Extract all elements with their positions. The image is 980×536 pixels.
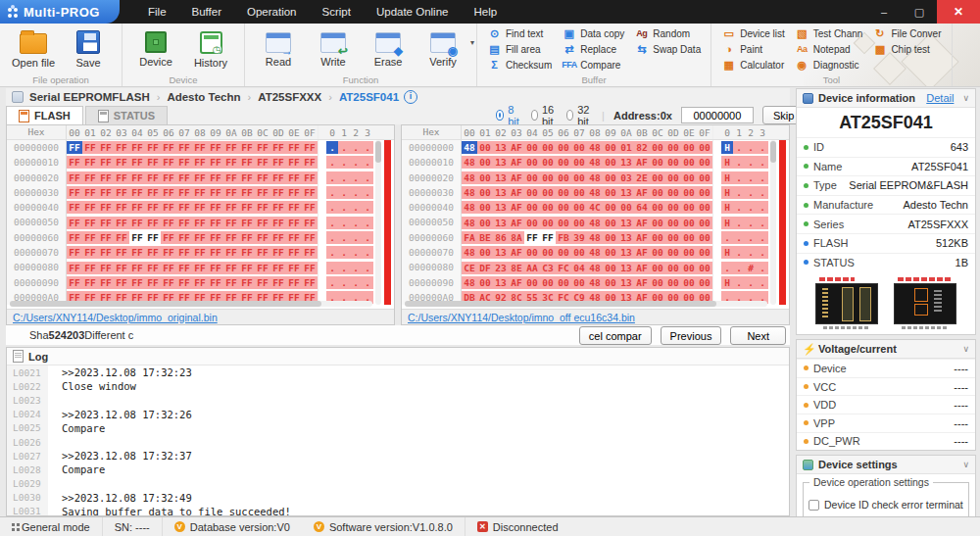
hex-byte-cell[interactable]: 00 [681, 217, 697, 229]
hex-byte-cell[interactable]: 00 [571, 156, 587, 169]
hex-byte-cell[interactable]: BE [477, 231, 493, 244]
hex-ascii-cell[interactable]: H [721, 156, 733, 169]
hex-byte-cell[interactable]: 00 [571, 217, 587, 229]
hex-byte-cell[interactable]: FF [208, 217, 223, 229]
hex-byte-cell[interactable]: FF [286, 276, 302, 289]
hex-byte-cell[interactable]: FF [129, 141, 145, 154]
cancel-compare-button[interactable]: cel compar [579, 326, 652, 345]
hex-byte-cell[interactable]: FF [223, 276, 239, 289]
hex-byte-cell[interactable]: FF [239, 171, 255, 184]
hex-byte-cell[interactable]: AF [634, 186, 650, 199]
hex-byte-cell[interactable]: 00 [665, 276, 681, 289]
hex-byte-cell[interactable]: FF [176, 156, 192, 169]
hex-byte-cell[interactable]: AF [634, 262, 650, 274]
hex-byte-cell[interactable]: 00 [697, 156, 712, 169]
previous-diff-button[interactable]: Previous [661, 326, 722, 345]
hex-byte-cell[interactable]: FF [208, 246, 223, 259]
hex-byte-cell[interactable]: 00 [603, 276, 618, 289]
hex-byte-cell[interactable]: 13 [493, 201, 509, 214]
hex-byte-cell[interactable]: FF [129, 171, 145, 184]
paint-button[interactable]: ◑Paint [719, 42, 787, 57]
hex-ascii-cell[interactable]: H [721, 186, 733, 199]
hex-byte-cell[interactable]: 00 [556, 276, 571, 289]
hex-byte-cell[interactable]: FF [129, 262, 145, 274]
hex-ascii-cell[interactable]: . [745, 217, 757, 229]
hex-byte-cell[interactable]: 00 [665, 231, 681, 244]
hex-ascii-cell[interactable]: . [721, 231, 733, 244]
hex-byte-cell[interactable]: FF [161, 186, 176, 199]
hex-ascii-cell[interactable]: . [745, 246, 757, 259]
hex-byte-cell[interactable]: AF [509, 217, 524, 229]
hex-byte-cell[interactable]: 00 [524, 186, 540, 199]
hex-byte-cell[interactable]: FF [114, 262, 129, 274]
radio-32-bit[interactable]: 32 bit [566, 104, 593, 127]
hex-ascii-cell[interactable]: . [362, 141, 373, 154]
hex-ascii-cell[interactable]: . [733, 141, 745, 154]
hex-byte-cell[interactable]: FF [255, 217, 270, 229]
breadcrumb-item-adesto-techn[interactable]: Adesto Techn [167, 91, 240, 103]
hex-ascii-cell[interactable]: . [338, 201, 350, 214]
hex-byte-cell[interactable]: FF [239, 262, 255, 274]
hex-byte-cell[interactable]: FF [223, 156, 239, 169]
hex-byte-cell[interactable]: FF [145, 246, 161, 259]
hex-byte-cell[interactable]: FF [67, 171, 82, 184]
hex-byte-cell[interactable]: FF [270, 156, 286, 169]
hex-byte-cell[interactable]: 00 [603, 201, 618, 214]
hex-byte-cell[interactable]: AF [509, 186, 524, 199]
menu-help[interactable]: Help [461, 0, 510, 24]
hex-byte-cell[interactable]: FF [302, 231, 318, 244]
radio-16-bit[interactable]: 16 bit [531, 104, 558, 127]
replace-button[interactable]: ⇄Replace [560, 42, 626, 57]
hex-ascii-cell[interactable]: . [362, 262, 373, 274]
hex-byte-cell[interactable]: FF [192, 171, 208, 184]
hex-ascii-cell[interactable]: . [350, 156, 362, 169]
hex-byte-cell[interactable]: FF [176, 276, 192, 289]
hex-byte-cell[interactable]: 00 [650, 231, 665, 244]
hex-byte-cell[interactable]: 00 [571, 141, 587, 154]
hex-byte-cell[interactable]: FF [270, 171, 286, 184]
hex-byte-cell[interactable]: FF [129, 246, 145, 259]
hex-ascii-cell[interactable]: . [745, 141, 757, 154]
hex-byte-cell[interactable]: FF [67, 156, 82, 169]
hex-byte-cell[interactable]: FF [239, 141, 255, 154]
radio-8-bit[interactable]: 8 bit [496, 104, 522, 127]
hex-byte-cell[interactable]: 00 [556, 246, 571, 259]
hex-byte-cell[interactable]: FF [67, 201, 82, 214]
hex-byte-cell[interactable]: FF [98, 276, 114, 289]
hex-byte-cell[interactable]: FF [82, 141, 98, 154]
address-input[interactable] [681, 107, 754, 123]
hex-byte-cell[interactable]: FF [208, 262, 223, 274]
hex-byte-cell[interactable]: 00 [603, 156, 618, 169]
fill-area-button[interactable]: ▤Fill area [485, 42, 554, 57]
hex-ascii-cell[interactable]: . [350, 217, 362, 229]
hex-byte-cell[interactable]: 00 [681, 141, 697, 154]
hex-ascii-cell[interactable]: . [326, 231, 338, 244]
menu-update-online[interactable]: Update Online [364, 0, 462, 24]
hex-byte-cell[interactable]: 00 [571, 246, 587, 259]
hex-ascii-cell[interactable]: . [745, 186, 757, 199]
hex-byte-cell[interactable]: 00 [650, 201, 665, 214]
hex-ascii-cell[interactable]: . [362, 186, 373, 199]
hex-byte-cell[interactable]: FF [270, 141, 286, 154]
hex-byte-cell[interactable]: 00 [477, 156, 493, 169]
hex-byte-cell[interactable]: FF [208, 171, 223, 184]
hex-ascii-cell[interactable]: . [745, 201, 757, 214]
vertical-scrollbar[interactable] [375, 140, 381, 305]
hex-byte-cell[interactable]: FB [556, 231, 571, 244]
hex-byte-cell[interactable]: FF [208, 186, 223, 199]
hex-ascii-cell[interactable]: . [757, 186, 768, 199]
hex-byte-cell[interactable]: FF [192, 156, 208, 169]
hex-byte-cell[interactable]: FF [98, 262, 114, 274]
hex-byte-cell[interactable]: C3 [540, 262, 556, 274]
hex-ascii-cell[interactable]: . [757, 231, 768, 244]
hex-byte-cell[interactable]: 00 [650, 171, 665, 184]
hex-byte-cell[interactable]: FF [82, 171, 98, 184]
hex-byte-cell[interactable]: AF [509, 276, 524, 289]
file-conver-button[interactable]: ↻File Conver [870, 26, 943, 41]
hex-byte-cell[interactable]: FF [82, 246, 98, 259]
hex-byte-cell[interactable]: 00 [540, 156, 556, 169]
device-button[interactable]: Device [130, 26, 181, 68]
hex-byte-cell[interactable]: FF [255, 186, 270, 199]
hex-byte-cell[interactable]: FF [67, 231, 82, 244]
hex-byte-cell[interactable]: FF [208, 141, 223, 154]
